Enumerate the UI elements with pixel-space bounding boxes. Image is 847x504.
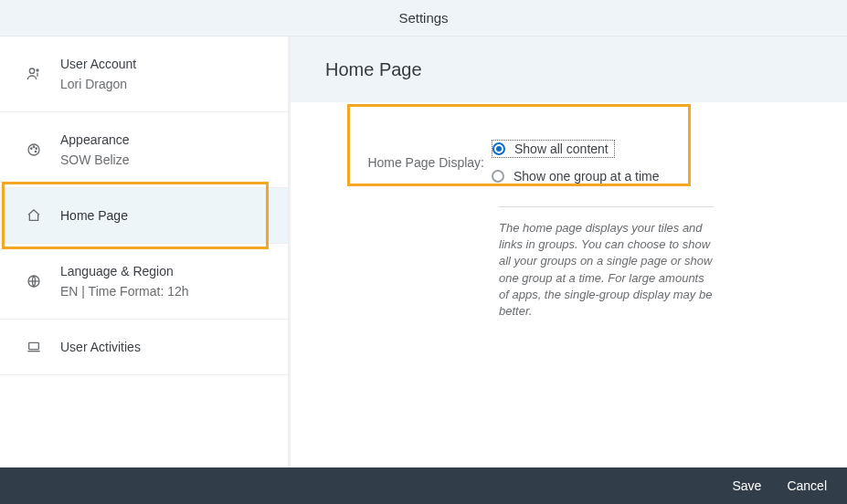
sidebar-item-sub: SOW Belize [60, 152, 130, 167]
sidebar-item-sub: EN | Time Format: 12h [60, 284, 189, 299]
sidebar-item-label: User Account [60, 57, 136, 71]
globe-icon [24, 274, 44, 289]
radio-show-all[interactable]: Show all content [492, 135, 660, 163]
radio-dot-icon [492, 170, 504, 183]
form-zone: Home Page Display: Show all content Show… [291, 102, 847, 320]
save-button[interactable]: Save [732, 478, 761, 493]
radio-label: Show one group at a time [513, 169, 660, 184]
sidebar-item-label: Appearance [60, 132, 130, 147]
form-label: Home Page Display: [355, 155, 492, 170]
sidebar-item-sub: Lori Dragon [60, 77, 136, 91]
header-bar: Settings [0, 0, 847, 37]
cancel-button[interactable]: Cancel [787, 478, 827, 493]
palette-icon [24, 142, 44, 157]
svg-rect-8 [29, 342, 39, 349]
svg-point-0 [29, 68, 34, 73]
laptop-icon [24, 340, 44, 354]
svg-point-3 [31, 148, 32, 149]
sidebar-item-home-page[interactable]: Home Page [0, 188, 288, 244]
sidebar-item-user-account[interactable]: User Account Lori Dragon [0, 37, 288, 112]
divider [499, 206, 714, 207]
svg-point-5 [36, 148, 37, 149]
content-area: User Account Lori Dragon Appearance SOW … [0, 37, 847, 467]
home-icon [24, 208, 44, 223]
radio-label: Show all content [514, 142, 609, 156]
sidebar-item-label: Language & Region [60, 264, 189, 278]
sidebar: User Account Lori Dragon Appearance SOW … [0, 37, 291, 467]
svg-point-4 [33, 146, 34, 147]
sidebar-item-appearance[interactable]: Appearance SOW Belize [0, 112, 288, 188]
sidebar-item-label: Home Page [60, 208, 128, 223]
radio-dot-icon [492, 142, 505, 155]
footer-bar: Save Cancel [0, 467, 847, 504]
sidebar-item-label: User Activities [60, 340, 141, 354]
radio-show-one-group[interactable]: Show one group at a time [492, 163, 660, 190]
svg-point-6 [35, 151, 36, 152]
sidebar-item-language-region[interactable]: Language & Region EN | Time Format: 12h [0, 244, 288, 320]
main-panel: Home Page Home Page Display: Show all co… [291, 37, 847, 467]
main-header: Home Page [291, 37, 847, 102]
user-icon [24, 67, 44, 81]
main-title: Home Page [325, 59, 422, 80]
sidebar-item-user-activities[interactable]: User Activities [0, 320, 288, 375]
header-title: Settings [398, 10, 448, 26]
svg-point-1 [37, 69, 38, 71]
help-text: The home page displays your tiles and li… [499, 220, 714, 320]
radio-group: Show all content Show one group at a tim… [492, 135, 660, 190]
